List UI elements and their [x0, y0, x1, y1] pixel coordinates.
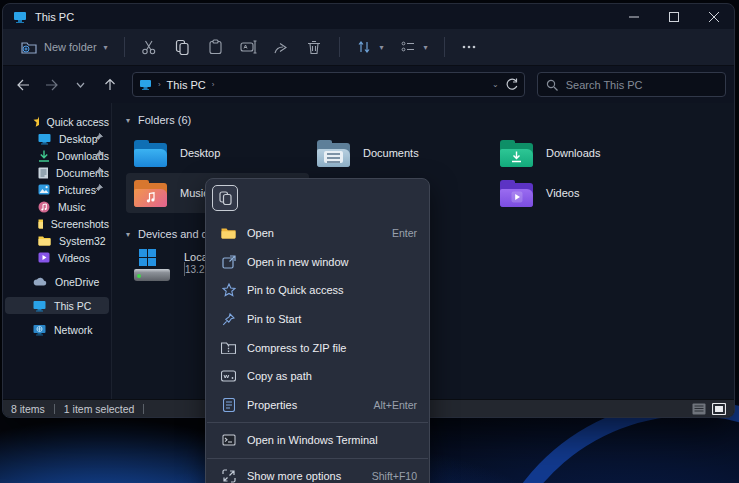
sidebar-item-desktop[interactable]: Desktop	[5, 130, 109, 147]
forward-button[interactable]	[40, 73, 65, 97]
videos-folder-icon	[500, 180, 533, 207]
large-icons-view-icon[interactable]	[712, 403, 726, 415]
item-count: 8 items	[11, 403, 45, 415]
delete-button[interactable]	[299, 34, 330, 61]
menu-item-copy-as-path[interactable]: Copy as path	[206, 362, 429, 391]
sidebar-item-label: OneDrive	[55, 276, 99, 288]
see-more-button[interactable]	[454, 34, 485, 61]
folders-header-label: Folders (6)	[138, 114, 191, 126]
context-menu-items: Open Enter Open in new window Pin to Qui…	[206, 216, 429, 483]
cut-button[interactable]	[134, 34, 165, 61]
sidebar-item-downloads[interactable]: Downloads	[5, 147, 109, 164]
menu-item-open-in-new-window[interactable]: Open in new window	[206, 248, 429, 277]
sidebar-item-screenshots[interactable]: Screenshots	[5, 215, 109, 232]
new-folder-icon	[20, 39, 37, 56]
status-divider	[54, 404, 55, 414]
view-icon	[400, 39, 417, 56]
copy-button[interactable]	[167, 34, 198, 61]
search-input[interactable]	[566, 79, 706, 91]
window-title: This PC	[35, 11, 74, 23]
chevron-down-icon: ▾	[126, 230, 130, 239]
recent-locations-button[interactable]	[68, 73, 93, 97]
sidebar-item-label: Quick access	[47, 116, 109, 128]
sidebar-item-label: Videos	[58, 252, 90, 264]
menu-item-properties[interactable]: Properties Alt+Enter	[206, 391, 429, 420]
menu-item-open-in-windows-terminal[interactable]: Open in Windows Terminal	[206, 426, 429, 455]
video-icon	[38, 252, 50, 263]
address-row: › This PC › ⌄	[3, 66, 734, 103]
sort-icon	[356, 39, 373, 56]
menu-separator	[207, 458, 428, 459]
folder-tile-downloads[interactable]: Downloads	[492, 133, 675, 173]
zip-folder-icon	[220, 342, 237, 354]
pin-icon	[94, 150, 103, 159]
share-button[interactable]	[266, 34, 297, 61]
back-button[interactable]	[11, 73, 36, 97]
folder-icon	[38, 218, 43, 229]
open-folder-icon	[220, 227, 237, 239]
music-icon	[38, 201, 50, 213]
folder-tile-desktop[interactable]: Desktop	[126, 133, 309, 173]
maximize-button[interactable]	[654, 4, 694, 29]
sidebar-item-system32[interactable]: System32	[5, 232, 109, 249]
sidebar-item-documents[interactable]: Documents	[5, 164, 109, 181]
copy-path-icon	[220, 370, 237, 382]
menu-item-pin-to-quick-access[interactable]: Pin to Quick access	[206, 276, 429, 305]
close-button[interactable]	[694, 4, 734, 29]
downloads-folder-icon	[500, 140, 533, 167]
minimize-button[interactable]	[614, 4, 654, 29]
star-icon	[33, 115, 39, 128]
sidebar-item-network[interactable]: Network	[5, 321, 109, 338]
show-more-icon	[220, 469, 237, 483]
properties-icon	[220, 398, 237, 412]
sidebar-item-label: Network	[54, 324, 93, 336]
sidebar-item-label: Pictures	[58, 184, 96, 196]
paste-button[interactable]	[200, 34, 231, 61]
this-pc-icon	[13, 11, 27, 23]
breadcrumb[interactable]: This PC	[167, 79, 206, 91]
menu-item-pin-to-start[interactable]: Pin to Start	[206, 305, 429, 334]
new-window-icon	[220, 255, 237, 269]
toolbar-divider	[444, 37, 445, 57]
document-icon	[38, 167, 48, 179]
breadcrumb-chevron-icon[interactable]: ›	[212, 80, 215, 89]
sidebar-item-music[interactable]: Music	[5, 198, 109, 215]
folders-section-header[interactable]: ▾ Folders (6)	[126, 111, 734, 129]
sidebar-item-quick-access[interactable]: Quick access	[5, 113, 109, 130]
sidebar-item-label: Screenshots	[51, 218, 109, 230]
toolbar-divider	[339, 37, 340, 57]
sidebar-item-label: Music	[58, 201, 85, 213]
copy-icon-button[interactable]	[212, 185, 238, 211]
local-disk-icon	[134, 249, 172, 283]
new-folder-button[interactable]: New folder ▾	[13, 34, 115, 61]
title-bar[interactable]: This PC	[3, 4, 734, 29]
menu-item-compress-to-zip[interactable]: Compress to ZIP file	[206, 333, 429, 362]
details-view-icon[interactable]	[692, 403, 706, 415]
chevron-down-icon: ▾	[126, 116, 130, 125]
terminal-icon	[220, 434, 237, 446]
view-button[interactable]: ▾	[393, 34, 435, 61]
sidebar-item-label: System32	[59, 235, 106, 247]
folder-tile-documents[interactable]: Documents	[309, 133, 492, 173]
new-folder-label: New folder	[44, 41, 97, 53]
picture-icon	[38, 184, 50, 195]
address-bar[interactable]: › This PC › ⌄	[132, 72, 525, 97]
sidebar-item-this-pc[interactable]: This PC	[5, 297, 109, 314]
sidebar-item-pictures[interactable]: Pictures	[5, 181, 109, 198]
sort-button[interactable]: ▾	[349, 34, 391, 61]
search-box[interactable]	[537, 72, 726, 97]
menu-item-open[interactable]: Open Enter	[206, 219, 429, 248]
rename-icon	[240, 39, 257, 56]
status-divider	[143, 404, 144, 414]
up-button[interactable]	[97, 73, 122, 97]
folder-tile-videos[interactable]: Videos	[492, 173, 675, 213]
rename-button[interactable]	[233, 34, 264, 61]
copy-icon	[174, 39, 191, 56]
sidebar-item-videos[interactable]: Videos	[5, 249, 109, 266]
ellipsis-icon	[461, 39, 478, 56]
folder-icon	[38, 235, 51, 246]
sidebar-item-onedrive[interactable]: OneDrive	[5, 273, 109, 290]
menu-item-show-more-options[interactable]: Show more options Shift+F10	[206, 462, 429, 483]
address-dropdown-icon[interactable]: ⌄	[492, 80, 499, 89]
refresh-icon[interactable]	[505, 78, 518, 91]
